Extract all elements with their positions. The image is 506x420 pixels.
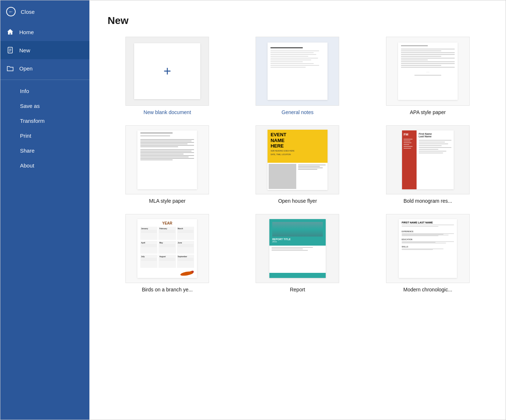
home-icon — [6, 28, 14, 36]
sidebar-item-home[interactable]: Home — [0, 23, 89, 41]
template-card-mla[interactable]: MLA style paper — [108, 125, 227, 204]
cal-month-1: January — [140, 227, 157, 240]
template-card-apa[interactable]: - - - APA style paper — [368, 37, 487, 115]
cal-grid: January February March — [140, 227, 194, 268]
template-card-monogram[interactable]: FM First NameLast Name — [368, 125, 487, 204]
mono-name: First NameLast Name — [419, 133, 451, 138]
flyer-image — [269, 164, 296, 189]
sidebar-item-open[interactable]: Open — [0, 59, 89, 77]
cal-month-5: May — [158, 241, 176, 254]
cal-bird — [140, 269, 194, 276]
notes-header-line — [270, 47, 303, 48]
template-thumb-flyer: EVENTNAMEHERE SUB HEADING GOES HERE DATE… — [256, 125, 339, 194]
template-label-modern: Modern chronologic... — [403, 287, 453, 292]
sidebar-nav-top: Home New Open — [0, 23, 89, 77]
template-label-blank: New blank document — [144, 109, 191, 115]
template-card-flyer[interactable]: EVENTNAMEHERE SUB HEADING GOES HERE DATE… — [238, 125, 357, 204]
cal-month-4: April — [140, 241, 157, 254]
mono-stripe: FM — [402, 130, 417, 189]
modern-section-experience: EXPERIENCE — [402, 230, 454, 236]
template-label-notes: General notes — [282, 109, 314, 115]
template-thumb-apa: - - - — [386, 37, 470, 106]
close-button[interactable]: Close — [0, 0, 89, 23]
sidebar-item-transform[interactable]: Transform — [0, 113, 89, 128]
cal-month-2: February — [158, 227, 176, 240]
main-content: New + New blank document — [89, 0, 506, 420]
cal-inner: YEAR January February — [137, 219, 197, 278]
template-label-calendar: Birds on a branch ye... — [142, 287, 193, 292]
back-arrow-icon — [6, 7, 16, 16]
cal-year: YEAR — [140, 221, 194, 225]
template-card-notes[interactable]: General notes — [238, 37, 357, 115]
report-year-text: 20xx — [272, 241, 323, 243]
flyer-text-col — [297, 164, 326, 189]
cal-month-7: July — [140, 255, 157, 268]
flyer-event-text: EVENTNAMEHERE — [270, 132, 324, 149]
template-label-mla: MLA style paper — [149, 198, 185, 204]
report-inner: REPORT TITLE 20xx — [269, 219, 326, 278]
flyer-sub-text: SUB HEADING GOES HERE — [270, 150, 324, 152]
template-card-blank[interactable]: + New blank document — [108, 37, 227, 115]
modern-section-skills: SKILLS — [402, 246, 454, 250]
cal-month-8: August — [158, 255, 176, 268]
sidebar-item-save-as[interactable]: Save as — [0, 98, 89, 113]
template-card-calendar[interactable]: YEAR January February — [108, 214, 227, 292]
template-thumb-calendar: YEAR January February — [125, 214, 209, 283]
template-label-report: Report — [290, 287, 305, 292]
report-title-text: REPORT TITLE — [272, 238, 323, 241]
flyer-inner: EVENTNAMEHERE SUB HEADING GOES HERE DATE… — [268, 130, 327, 190]
modern-header: FIRST NAME LAST NAME — [402, 221, 454, 227]
sidebar-item-open-label: Open — [19, 65, 33, 72]
modern-section-education: EDUCATION — [402, 238, 454, 243]
svg-point-6 — [192, 271, 194, 273]
sidebar-item-info[interactable]: Info — [0, 84, 89, 98]
plus-icon: + — [164, 64, 171, 79]
flyer-date-text: DATE, TIME, LOCATION — [270, 153, 324, 156]
sidebar-item-print[interactable]: Print — [0, 128, 89, 143]
template-thumb-blank: + — [125, 37, 209, 106]
apa-inner: - - - — [398, 43, 458, 100]
modern-inner: FIRST NAME LAST NAME EXPERIENCE EDUCATIO… — [399, 219, 457, 278]
template-label-monogram: Bold monogram res... — [403, 198, 452, 204]
template-thumb-modern: FIRST NAME LAST NAME EXPERIENCE EDUCATIO… — [386, 214, 470, 283]
mono-inner: FM First NameLast Name — [402, 130, 453, 189]
new-doc-icon — [6, 46, 14, 54]
sidebar-item-about[interactable]: About — [0, 158, 89, 173]
sidebar-item-share[interactable]: Share — [0, 143, 89, 158]
template-label-flyer: Open house flyer — [278, 198, 317, 204]
template-thumb-mla — [125, 125, 209, 194]
cal-month-9: September — [177, 255, 194, 268]
template-thumb-report: REPORT TITLE 20xx — [256, 214, 339, 283]
report-footer — [269, 273, 326, 278]
flyer-bottom — [268, 163, 327, 190]
template-card-modern[interactable]: FIRST NAME LAST NAME EXPERIENCE EDUCATIO… — [368, 214, 487, 292]
flyer-top: EVENTNAMEHERE SUB HEADING GOES HERE DATE… — [268, 130, 327, 163]
notes-inner — [268, 43, 327, 100]
open-icon — [6, 64, 14, 72]
report-body — [269, 246, 326, 273]
template-thumb-monogram: FM First NameLast Name — [386, 125, 470, 194]
close-label: Close — [21, 9, 35, 15]
modern-name-text: FIRST NAME LAST NAME — [402, 221, 454, 224]
cal-month-3: March — [177, 227, 194, 240]
report-header: REPORT TITLE 20xx — [269, 219, 326, 246]
templates-grid: + New blank document — [108, 37, 487, 292]
sidebar-item-new-label: New — [19, 47, 30, 53]
cal-month-6: June — [177, 241, 194, 254]
blank-inner: + — [134, 43, 200, 99]
sidebar: Close Home New — [0, 0, 89, 420]
page-title: New — [108, 15, 487, 27]
sidebar-item-home-label: Home — [19, 29, 34, 35]
sidebar-item-new[interactable]: New — [0, 41, 89, 59]
sidebar-divider — [0, 80, 89, 80]
template-card-report[interactable]: REPORT TITLE 20xx Report — [238, 214, 357, 292]
sidebar-nav-secondary: Info Save as Transform Print Share About — [0, 82, 89, 173]
mla-inner — [137, 130, 197, 189]
template-label-apa: APA style paper — [410, 109, 446, 115]
template-thumb-notes — [256, 37, 339, 106]
mono-content: First NameLast Name — [417, 130, 454, 189]
